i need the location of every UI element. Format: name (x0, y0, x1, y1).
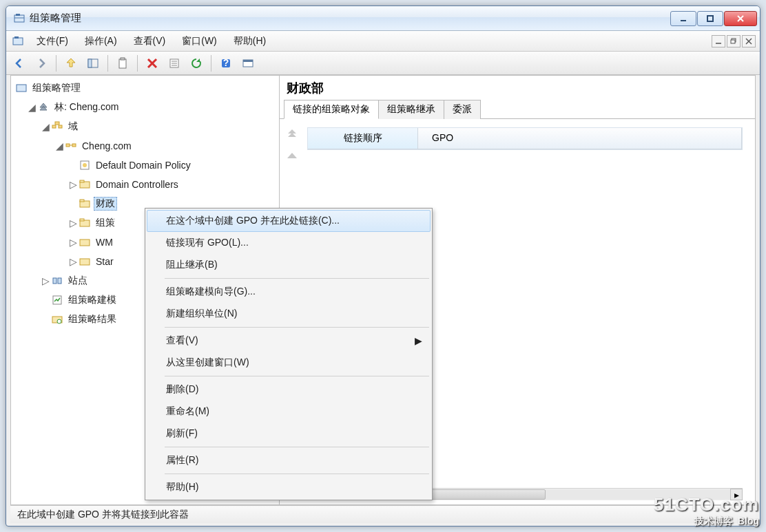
modeling-icon (51, 294, 63, 306)
cm-view[interactable]: 查看(V)▶ (147, 330, 431, 352)
svg-rect-45 (53, 278, 56, 284)
titlebar: 组策略管理 (6, 6, 760, 31)
statusbar: 在此域中创建 GPO 并将其链接到此容器 (10, 505, 756, 523)
tree-domain[interactable]: ◢ Cheng.com (11, 136, 279, 156)
forward-button[interactable] (32, 54, 50, 72)
watermark-main: 51CTO.com (654, 494, 759, 515)
details-tabs: 链接的组策略对象 组策略继承 委派 (280, 99, 755, 119)
console-icon (15, 82, 28, 94)
ou-icon (79, 178, 91, 191)
cm-new-ou[interactable]: 新建组织单位(N) (147, 303, 431, 325)
menu-file[interactable]: 文件(F) (28, 32, 76, 50)
tree-domain-controllers[interactable]: ▷ Domain Controllers (11, 175, 279, 194)
move-top-icon[interactable] (285, 129, 299, 138)
tree-default-domain-policy[interactable]: Default Domain Policy (11, 156, 279, 175)
window-controls (670, 11, 757, 26)
menu-help[interactable]: 帮助(H) (225, 32, 274, 50)
close-button[interactable] (724, 11, 757, 26)
svg-point-36 (83, 163, 87, 167)
col-link-order[interactable]: 链接顺序 (308, 128, 418, 149)
reorder-buttons (285, 129, 299, 160)
cm-rename[interactable]: 重命名(M) (147, 401, 431, 423)
mdi-restore-button[interactable] (727, 35, 741, 47)
tree-domains[interactable]: ◢ 域 (11, 117, 279, 136)
maximize-button[interactable] (697, 11, 723, 26)
expander-placeholder (40, 295, 51, 306)
cm-block-inheritance[interactable]: 阻止继承(B) (147, 254, 431, 276)
expander-placeholder (40, 314, 51, 325)
expander-icon[interactable]: ▷ (68, 179, 79, 190)
sites-icon (51, 275, 63, 287)
svg-rect-42 (80, 219, 84, 221)
forest-icon (37, 101, 50, 114)
submenu-arrow-icon: ▶ (415, 335, 422, 346)
tab-linked-gpo[interactable]: 链接的组策略对象 (284, 100, 379, 119)
mdi-minimize-button[interactable] (712, 35, 725, 47)
cm-delete[interactable]: 删除(D) (147, 379, 431, 401)
svg-rect-29 (52, 125, 56, 128)
expander-icon[interactable]: ◢ (40, 121, 51, 132)
svg-rect-30 (59, 125, 62, 128)
toolbar: ? (6, 52, 760, 75)
back-button[interactable] (10, 54, 28, 72)
details-heading: 财政部 (280, 76, 755, 98)
menu-action[interactable]: 操作(A) (76, 32, 125, 50)
expander-placeholder (68, 160, 79, 171)
svg-rect-46 (58, 278, 61, 284)
svg-rect-33 (72, 144, 76, 147)
expander-icon[interactable]: ◢ (54, 140, 65, 151)
expander-icon[interactable]: ▷ (68, 256, 79, 267)
ou-icon (79, 217, 91, 229)
up-button[interactable] (62, 54, 80, 72)
svg-rect-15 (88, 59, 92, 67)
context-menu: 在这个域中创建 GPO 并在此处链接(C)... 链接现有 GPO(L)... … (145, 208, 433, 500)
tree-root[interactable]: 组策略管理 (11, 78, 279, 98)
tab-inheritance[interactable]: 组策略继承 (378, 100, 444, 119)
cm-refresh[interactable]: 刷新(F) (147, 423, 431, 445)
svg-rect-16 (119, 59, 126, 68)
expander-icon[interactable]: ▷ (68, 237, 79, 248)
clipboard-button[interactable] (114, 54, 132, 72)
refresh-button[interactable] (187, 54, 205, 72)
cm-create-gpo-link[interactable]: 在这个域中创建 GPO 并在此处链接(C)... (147, 210, 431, 232)
svg-rect-43 (80, 240, 90, 246)
folder-icon (79, 255, 91, 268)
move-up-icon[interactable] (285, 151, 299, 160)
cm-link-existing-gpo[interactable]: 链接现有 GPO(L)... (147, 232, 431, 254)
svg-rect-17 (121, 58, 125, 60)
expander-icon[interactable]: ▷ (40, 275, 51, 286)
cm-new-window-from-here[interactable]: 从这里创建窗口(W) (147, 352, 431, 374)
cm-properties[interactable]: 属性(R) (147, 449, 431, 471)
menu-view[interactable]: 查看(V) (125, 32, 174, 50)
statusbar-text: 在此域中创建 GPO 并将其链接到此容器 (17, 509, 189, 521)
svg-rect-8 (14, 36, 19, 39)
app-icon (13, 12, 25, 25)
show-tree-button[interactable] (84, 54, 102, 72)
delete-button[interactable] (143, 54, 161, 72)
results-icon (51, 313, 63, 326)
svg-rect-1 (16, 14, 20, 16)
expander-icon[interactable]: ◢ (26, 102, 37, 113)
new-window-button[interactable] (239, 54, 257, 72)
gpo-grid[interactable]: 链接顺序 GPO (307, 127, 743, 150)
tree-forest[interactable]: ◢ 林: Cheng.com (11, 98, 279, 117)
menu-window[interactable]: 窗口(W) (174, 32, 225, 50)
col-gpo[interactable]: GPO (418, 128, 742, 149)
expander-icon[interactable]: ▷ (68, 217, 79, 228)
properties-button[interactable] (165, 54, 183, 72)
watermark: 51CTO.com 技术博客 Blog (654, 494, 759, 528)
svg-rect-28 (17, 85, 26, 92)
window-title: 组策略管理 (30, 12, 670, 25)
domain-icon (65, 140, 77, 152)
svg-rect-11 (731, 40, 735, 43)
cm-modeling-wizard[interactable]: 组策略建模向导(G)... (147, 281, 431, 303)
folder-icon (79, 236, 91, 248)
tab-delegation[interactable]: 委派 (444, 100, 481, 119)
cm-help[interactable]: 帮助(H) (147, 476, 431, 498)
svg-rect-32 (66, 144, 70, 147)
help-button[interactable]: ? (217, 54, 235, 72)
svg-rect-27 (243, 60, 253, 62)
minimize-button[interactable] (670, 11, 696, 26)
mdi-close-button[interactable] (742, 35, 756, 47)
svg-point-49 (57, 319, 61, 323)
